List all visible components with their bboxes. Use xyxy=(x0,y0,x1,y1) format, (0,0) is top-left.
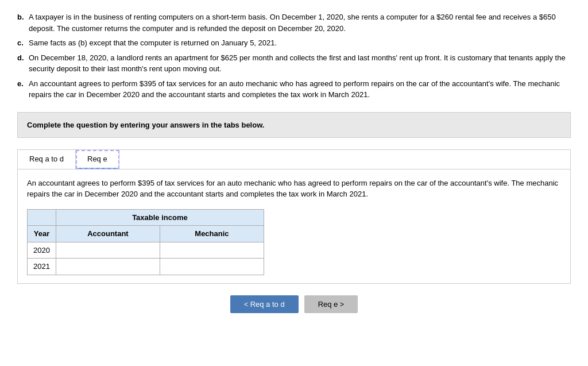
problem-e-label: e. xyxy=(17,78,25,101)
problem-c: c. Same facts as (b) except that the com… xyxy=(17,37,571,49)
mechanic-input-cell-2021[interactable] xyxy=(160,259,264,275)
problem-e: e. An accountant agrees to perform $395 … xyxy=(17,78,571,101)
empty-header xyxy=(28,209,56,226)
year-cell-2021: 2021 xyxy=(28,259,56,275)
accountant-input-2021[interactable] xyxy=(56,260,160,273)
mechanic-col-header: Mechanic xyxy=(160,226,264,242)
tab-req-e[interactable]: Req e xyxy=(76,150,119,169)
mechanic-input-2020[interactable] xyxy=(160,244,264,257)
prev-button[interactable]: < Req a to d xyxy=(230,295,299,313)
table-section: Taxable income Year Accountant Mechanic … xyxy=(27,209,561,275)
prev-label: Req a to d xyxy=(250,300,285,309)
tab-description: An accountant agrees to perform $395 of … xyxy=(27,178,561,200)
problem-c-label: c. xyxy=(17,37,25,49)
taxable-income-table: Taxable income Year Accountant Mechanic … xyxy=(27,209,264,275)
table-row: 2020 xyxy=(28,242,264,259)
instruction-box: Complete the question by entering your a… xyxy=(17,112,571,138)
year-col-header: Year xyxy=(28,226,56,242)
next-arrow: > xyxy=(340,300,344,309)
problem-d: d. On December 18, 2020, a landlord rent… xyxy=(17,52,571,75)
tab-header: Req a to d Req e xyxy=(18,150,570,169)
accountant-input-cell-2021[interactable] xyxy=(56,259,160,275)
problem-b-label: b. xyxy=(17,11,25,34)
prev-arrow: < xyxy=(244,300,248,309)
accountant-input-cell-2020[interactable] xyxy=(56,242,160,259)
problem-d-text: On December 18, 2020, a landlord rents a… xyxy=(29,52,571,75)
mechanic-input-2021[interactable] xyxy=(160,260,264,273)
table-row: 2021 xyxy=(28,259,264,275)
problem-b: b. A taxpayer is in the business of rent… xyxy=(17,11,571,34)
instruction-text: Complete the question by entering your a… xyxy=(27,121,264,129)
nav-buttons: < Req a to d Req e > xyxy=(17,295,571,313)
problem-list: b. A taxpayer is in the business of rent… xyxy=(17,11,571,101)
accountant-input-2020[interactable] xyxy=(56,244,160,257)
year-cell-2020: 2020 xyxy=(28,242,56,259)
tab-req-a-to-d[interactable]: Req a to d xyxy=(18,150,76,169)
tab-content-area: An accountant agrees to perform $395 of … xyxy=(18,169,570,283)
next-button[interactable]: Req e > xyxy=(304,295,358,313)
accountant-col-header: Accountant xyxy=(56,226,160,242)
problem-e-text: An accountant agrees to perform $395 of … xyxy=(29,78,571,101)
taxable-income-header: Taxable income xyxy=(56,209,264,226)
tabs-container: Req a to d Req e An accountant agrees to… xyxy=(17,149,571,284)
problem-b-text: A taxpayer is in the business of renting… xyxy=(29,11,571,34)
problem-d-label: d. xyxy=(17,52,25,75)
next-label: Req e xyxy=(318,300,338,309)
problem-c-text: Same facts as (b) except that the comput… xyxy=(29,37,277,49)
mechanic-input-cell-2020[interactable] xyxy=(160,242,264,259)
